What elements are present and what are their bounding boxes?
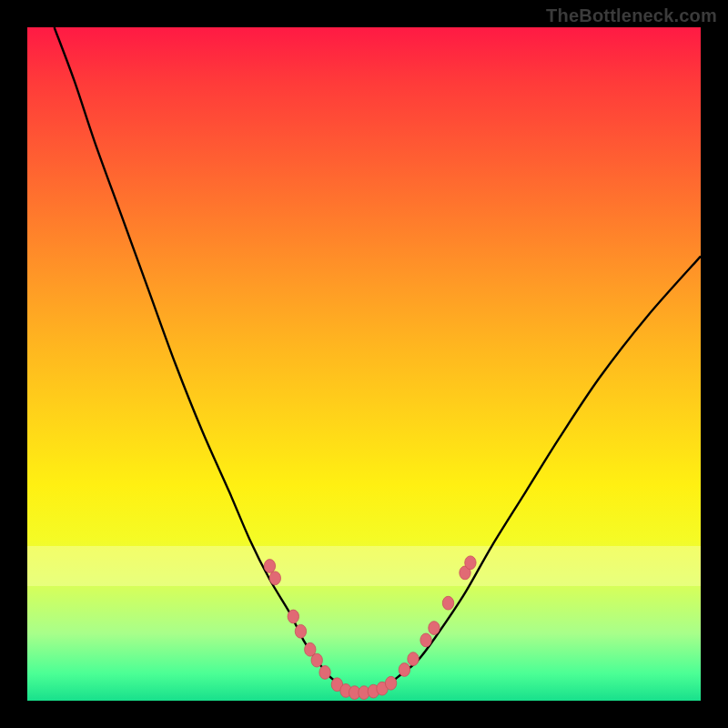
curve-marker <box>264 560 275 573</box>
curve-marker <box>319 666 330 680</box>
curve-marker <box>295 624 306 638</box>
curve-marker <box>385 676 396 690</box>
curve-marker <box>399 663 410 677</box>
watermark-text: TheBottleneck.com <box>546 5 717 26</box>
plot-area <box>27 27 701 701</box>
curve-marker <box>420 633 431 647</box>
curve-marker <box>442 596 453 610</box>
curve-marker <box>429 622 440 635</box>
curve-marker <box>311 653 322 667</box>
curve-marker <box>288 610 298 623</box>
curve-marker <box>269 571 280 585</box>
curve-marker <box>465 556 476 570</box>
chart-svg <box>27 27 701 701</box>
curve-marker <box>408 652 419 666</box>
chart-frame: TheBottleneck.com <box>0 0 728 728</box>
curve-markers <box>264 556 476 700</box>
bottleneck-curve <box>55 27 701 693</box>
